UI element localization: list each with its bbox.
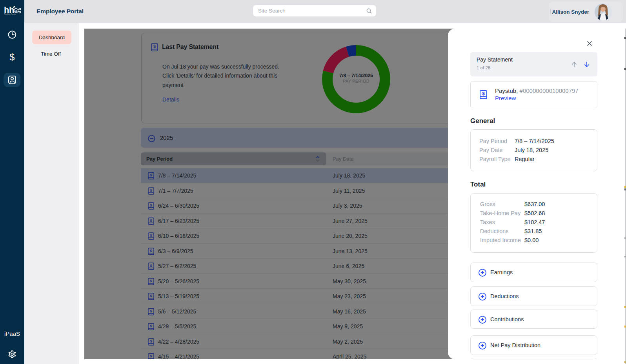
svg-text:2: 2 xyxy=(15,9,17,13)
svg-text:$: $ xyxy=(482,91,485,96)
